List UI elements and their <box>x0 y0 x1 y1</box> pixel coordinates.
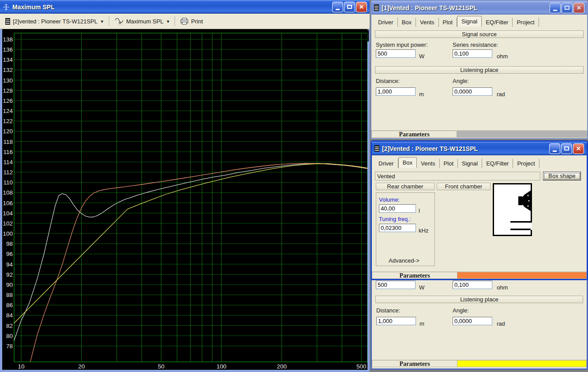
plot-toolbar: [2]vented : Pioneer TS-W121SPL ▼ Maximum… <box>0 14 370 29</box>
svg-text:112: 112 <box>3 169 13 176</box>
svg-text:98: 98 <box>6 240 13 247</box>
tuning-freq-field[interactable] <box>379 224 416 232</box>
window1-status-bar: Parameters <box>371 130 587 138</box>
svg-text:94: 94 <box>6 261 13 268</box>
box-shape-diagram <box>493 183 532 236</box>
distance-unit-label: m <box>419 320 424 327</box>
tab-signal[interactable]: Signal <box>458 159 482 168</box>
svg-text:116: 116 <box>3 149 13 155</box>
angle-unit-label: rad <box>497 320 505 327</box>
angle-field[interactable] <box>453 317 492 325</box>
advanced-link[interactable]: Advanced-> <box>389 257 419 264</box>
maximize-button[interactable] <box>561 143 572 154</box>
toolbar-separator <box>109 16 110 26</box>
svg-text:118: 118 <box>3 139 13 145</box>
svg-text:96: 96 <box>6 251 13 257</box>
project-selector-dropdown[interactable]: [2]vented : Pioneer TS-W121SPL ▼ <box>5 18 104 25</box>
svg-text:90: 90 <box>6 282 13 288</box>
svg-text:138: 138 <box>3 36 13 43</box>
window2-titlebar[interactable]: [2]Vented : Pioneer TS-W121SPL × <box>372 142 587 155</box>
maximize-button[interactable] <box>344 2 355 12</box>
tab-vents[interactable]: Vents <box>417 159 440 168</box>
window1-titlebar[interactable]: [1]Vented : Pioneer TS-W121SPL × <box>371 1 587 15</box>
window1-title: [1]Vented : Pioneer TS-W121SPL <box>382 4 477 11</box>
svg-text:106: 106 <box>3 200 13 207</box>
close-button[interactable]: × <box>573 143 584 154</box>
volume-field[interactable] <box>379 204 416 213</box>
box-shape-button[interactable]: Box shape <box>543 172 581 180</box>
series-resistance-field[interactable] <box>453 281 492 289</box>
tab-driver[interactable]: Driver <box>375 159 398 168</box>
distance-label: Distance: <box>376 78 400 84</box>
minimize-button[interactable] <box>332 2 343 12</box>
front-chamber-tab[interactable]: Front chamber <box>437 183 491 190</box>
spl-chart: 1381361341321301281261241221201181161141… <box>2 29 367 370</box>
minimize-button[interactable] <box>550 3 561 13</box>
svg-text:200: 200 <box>277 363 287 370</box>
svg-text:134: 134 <box>3 56 13 63</box>
volume-unit-label: l <box>419 207 420 214</box>
power-unit-label: W <box>419 284 424 291</box>
maximize-button[interactable] <box>562 3 573 13</box>
window-2-vented: [2]Vented : Pioneer TS-W121SPL × Driver … <box>371 140 588 280</box>
tab-eq-filter[interactable]: EQ/Filter <box>482 18 513 27</box>
rear-chamber-tab[interactable]: Rear chamber <box>376 183 434 190</box>
distance-field[interactable] <box>376 87 416 96</box>
window3-progress-bar <box>457 360 587 367</box>
tab-plot[interactable]: Plot <box>440 159 458 168</box>
svg-text:120: 120 <box>3 128 13 135</box>
system-input-power-field[interactable] <box>376 281 416 289</box>
svg-text:114: 114 <box>3 159 13 165</box>
tab-plot[interactable]: Plot <box>439 18 457 27</box>
angle-field[interactable] <box>453 87 492 96</box>
tab-box[interactable]: Box <box>398 157 417 168</box>
minimize-button[interactable] <box>549 143 560 154</box>
window2-status-bar: Parameters <box>372 271 587 279</box>
tuning-freq-label: Tuning freq.: <box>379 216 411 222</box>
tab-eq-filter[interactable]: EQ/Filter <box>482 159 513 168</box>
svg-text:122: 122 <box>3 118 13 124</box>
svg-text:136: 136 <box>3 46 13 53</box>
svg-text:102: 102 <box>3 220 13 227</box>
tab-signal[interactable]: Signal <box>457 16 482 27</box>
listening-place-header: Listening place <box>375 296 583 303</box>
window2-title: [2]Vented : Pioneer TS-W121SPL <box>382 145 478 152</box>
print-button[interactable]: Print <box>180 18 203 25</box>
toolbar-separator <box>175 16 176 26</box>
tab-project[interactable]: Project <box>513 159 539 168</box>
tab-project[interactable]: Project <box>513 18 539 27</box>
desktop: { "plot_window": { "title": "Maximum SPL… <box>0 0 588 372</box>
tab-vents[interactable]: Vents <box>416 18 439 27</box>
plot-window-titlebar[interactable]: Maximum SPL × <box>0 0 370 14</box>
plot-type-dropdown[interactable]: Maximum SPL ▼ <box>115 18 170 25</box>
close-button[interactable]: × <box>573 3 584 13</box>
series-resistance-field[interactable] <box>453 49 492 58</box>
parameters-status-label[interactable]: Parameters <box>372 360 457 367</box>
system-input-power-field[interactable] <box>376 49 416 58</box>
distance-unit-label: m <box>419 91 424 98</box>
close-button[interactable]: × <box>356 2 367 12</box>
svg-text:100: 100 <box>3 230 13 237</box>
resistance-unit-label: ohm <box>497 53 508 60</box>
svg-text:104: 104 <box>3 210 13 217</box>
printer-icon <box>180 18 188 25</box>
window2-progress-bar <box>457 272 587 279</box>
distance-label: Distance: <box>376 307 400 314</box>
svg-text:500: 500 <box>356 363 367 370</box>
tab-driver[interactable]: Driver <box>374 18 398 27</box>
box-type-selector[interactable]: Vented <box>375 172 540 180</box>
striped-document-icon <box>5 18 10 25</box>
distance-field[interactable] <box>376 317 416 325</box>
svg-text:130: 130 <box>3 77 13 84</box>
parameters-status-label[interactable]: Parameters <box>371 131 457 138</box>
parameters-status-label[interactable]: Parameters <box>372 272 457 279</box>
svg-text:110: 110 <box>3 179 13 186</box>
spl-plot-area[interactable]: 1381361341321301281261241221201181161141… <box>2 29 367 370</box>
vent-wall-top <box>510 221 532 223</box>
svg-text:86: 86 <box>6 302 13 308</box>
window3-status-bar: Parameters <box>372 360 587 367</box>
rear-chamber-panel: Volume: l Tuning freq.: kHz Advanced-> <box>376 192 435 266</box>
svg-text:132: 132 <box>3 67 13 73</box>
svg-text:108: 108 <box>3 189 13 196</box>
tab-box[interactable]: Box <box>398 18 416 27</box>
